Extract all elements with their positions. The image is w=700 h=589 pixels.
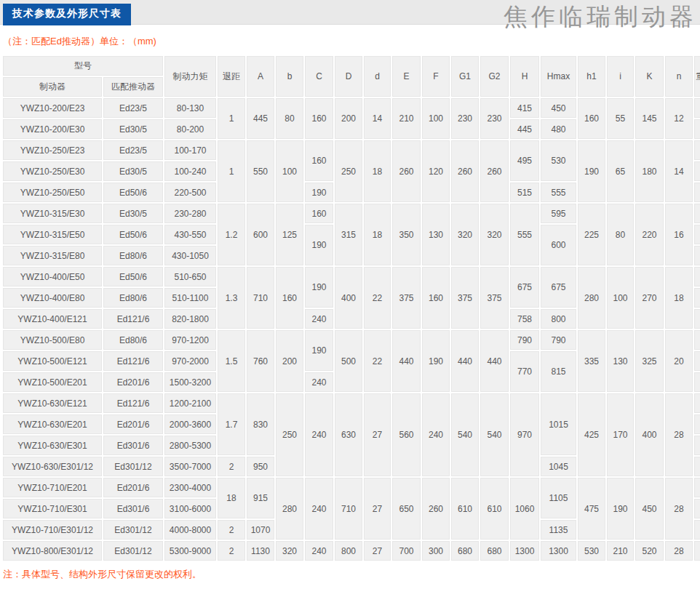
cell: 20 — [665, 330, 693, 392]
cell: YWZ10-400/E80 — [3, 288, 102, 308]
cell: YWZ10-500/E121 — [3, 351, 102, 371]
cell: 675 — [541, 267, 576, 308]
cell: Ed201/6 — [103, 414, 163, 434]
cell: 260 — [422, 478, 450, 540]
cell: 65 — [607, 140, 634, 202]
cell: 200 — [335, 98, 362, 139]
cell: 240 — [305, 541, 333, 561]
cell: Ed201/6 — [103, 372, 163, 392]
cell: Ed23/5 — [103, 140, 163, 160]
cell: 1135 — [541, 520, 576, 540]
table-row: YWZ10-500/E80Ed80/6970-12001.57602001905… — [3, 330, 700, 350]
cell: 1 — [218, 98, 245, 139]
cell: 710 — [335, 478, 362, 540]
cell: Ed23/5 — [103, 98, 163, 118]
cell: 190 — [305, 225, 333, 265]
cell: 510-1100 — [164, 288, 216, 308]
cell: 710 — [247, 267, 274, 329]
cell: 445 — [510, 119, 539, 139]
cell: 69 — [694, 140, 700, 160]
section-header-strip: 技术参数及外形尺寸表 焦作临瑞制动器 — [0, 0, 700, 25]
cell: 197 — [694, 309, 700, 329]
cell: 1.2 — [218, 204, 245, 265]
cell: 230 — [451, 98, 479, 139]
cell: 790 — [510, 330, 539, 350]
cell: 100 — [607, 267, 634, 329]
cell: 830 — [247, 393, 274, 455]
header-cell: d — [364, 56, 391, 97]
cell: Ed30/5 — [103, 161, 163, 181]
cell: 190 — [607, 478, 634, 540]
cell: 320 — [276, 541, 303, 561]
cell: 515 — [510, 183, 539, 202]
unit-note: （注：匹配Ed推动器）单位：（mm) — [3, 35, 700, 48]
cell: 105 — [694, 204, 700, 223]
cell: 27 — [364, 478, 391, 540]
cell: 1 — [218, 140, 245, 202]
cell: 610 — [480, 478, 509, 540]
cell: 300 — [422, 541, 450, 561]
cell: YWZ10-315/E30 — [3, 204, 102, 223]
table-row: YWZ10-250/E23Ed23/5100-17015501001602501… — [3, 140, 700, 160]
cell: 560 — [392, 393, 421, 476]
cell: 445 — [247, 98, 274, 139]
cell: 530 — [541, 140, 576, 181]
cell: 430-1050 — [164, 246, 216, 265]
cell: Ed301/6 — [103, 436, 163, 455]
header-cell: 退距 — [218, 56, 245, 97]
cell: 190 — [305, 183, 333, 202]
cell: 435 — [694, 436, 700, 455]
cell: 760 — [247, 330, 274, 392]
cell: 100-170 — [164, 140, 216, 160]
disclaimer-note: 注：具体型号、结构外形尺寸保留更改的权利。 — [3, 568, 700, 581]
cell: 22 — [364, 267, 391, 329]
cell: 1045 — [541, 457, 576, 476]
cell: YWZ10-630/E121 — [3, 393, 102, 413]
cell: 510-650 — [164, 267, 216, 287]
cell: 444 — [694, 457, 700, 476]
cell: YWZ10-500/E80 — [3, 330, 102, 350]
cell: YWZ10-250/E50 — [3, 183, 102, 202]
cell: 800 — [541, 309, 576, 329]
cell: 600 — [541, 225, 576, 265]
cell: 175 — [694, 267, 700, 287]
cell: 970-1200 — [164, 330, 216, 350]
header-cell: G2 — [480, 56, 509, 97]
header-cell: 重量kg — [694, 56, 700, 97]
cell: 375 — [451, 267, 479, 329]
cell: 624 — [694, 478, 700, 497]
cell: 72 — [694, 161, 700, 181]
cell: 624 — [694, 499, 700, 518]
cell: 475 — [578, 478, 605, 540]
cell: 1070 — [247, 520, 274, 540]
cell: 280 — [276, 478, 303, 540]
cell: 700 — [392, 541, 421, 561]
cell: 16 — [665, 204, 693, 265]
header-cell: F — [422, 56, 450, 97]
cell: 108 — [694, 225, 700, 244]
cell: 440 — [480, 330, 509, 392]
cell: 260 — [451, 140, 479, 202]
spec-table: 型号制动力矩退距AbCDdEFG1G2HHmaxh1iKn重量kg制动器匹配推动… — [1, 55, 700, 562]
cell: 14 — [364, 98, 391, 139]
cell: 100 — [422, 98, 450, 139]
cell: 100 — [276, 140, 303, 202]
cell: YWZ10-315/E80 — [3, 246, 102, 265]
cell: 595 — [541, 204, 576, 223]
cell: 225 — [578, 204, 605, 265]
cell: 270 — [635, 267, 664, 329]
cell: YWZ10-200/E30 — [3, 119, 102, 139]
cell: 1300 — [541, 541, 576, 561]
cell: 350 — [392, 204, 421, 265]
cell: 18 — [364, 204, 391, 265]
cell: Ed121/6 — [103, 393, 163, 413]
cell: 240 — [305, 478, 333, 540]
cell: 684 — [694, 520, 700, 540]
cell: 2300-4000 — [164, 478, 216, 497]
cell: 160 — [305, 204, 333, 223]
cell: Ed80/6 — [103, 246, 163, 265]
cell: 12 — [665, 98, 693, 139]
header-cell: 型号 — [3, 56, 163, 76]
cell: 550 — [247, 140, 274, 202]
cell: 73 — [694, 183, 700, 202]
